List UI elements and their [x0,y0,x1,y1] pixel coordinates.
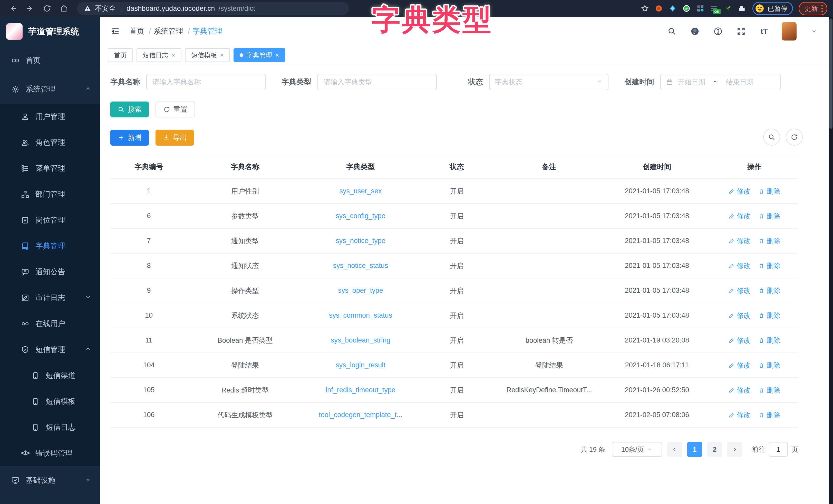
sidebar-item-error-code[interactable]: </> 错误码管理 [0,440,100,466]
browser-menu-icon[interactable] [822,5,823,12]
export-button[interactable]: 导出 [156,130,194,146]
sidebar-item-home[interactable]: 首页 [0,46,100,75]
app-logo-row[interactable]: 芋道管理系统 [0,17,100,46]
edit-link[interactable]: 修改 [729,236,751,246]
edit-link[interactable]: 修改 [729,211,751,221]
browser-reload-button[interactable] [40,2,54,15]
breadcrumb-home[interactable]: 首页 [129,26,144,36]
delete-link[interactable]: 删除 [758,385,780,395]
extension-switch-icon[interactable]: on [708,3,720,14]
close-icon[interactable]: × [275,52,279,58]
sidebar-item-sms-template[interactable]: 短信模板 [0,388,100,414]
table-search-toggle-button[interactable] [763,129,780,146]
help-icon[interactable] [712,26,724,37]
edit-link[interactable]: 修改 [729,336,751,345]
sidebar-item-audit-log[interactable]: 审计日志 [0,285,100,311]
delete-link[interactable]: 删除 [758,261,780,271]
edit-link[interactable]: 修改 [729,261,751,271]
goto-page-input[interactable] [769,442,788,457]
extension-orange-icon[interactable] [653,3,665,14]
prev-page-button[interactable] [667,442,682,457]
address-bar[interactable]: 不安全 dashboard.yudao.iocoder.cn/system/di… [77,2,349,15]
delete-link[interactable]: 删除 [758,336,780,345]
edit-link[interactable]: 修改 [729,410,751,420]
add-button[interactable]: 新增 [110,130,149,146]
bookmark-star-icon[interactable] [639,3,651,14]
extension-blue-gem-icon[interactable] [667,3,679,14]
browser-back-button[interactable] [6,2,21,15]
sidebar-item-sms-mgmt[interactable]: 短信管理 [0,336,100,362]
edit-link[interactable]: 修改 [729,286,751,295]
sidebar-item-sms-channel[interactable]: 短信渠道 [0,362,100,388]
delete-link[interactable]: 删除 [758,236,780,246]
sidebar-item-role-mgmt[interactable]: 角色管理 [0,129,100,155]
github-icon[interactable] [689,26,700,37]
tab-dict-mgmt[interactable]: 字典管理 × [234,48,285,62]
cell-created: 2021-01-05 17:03:48 [603,286,711,295]
fullscreen-icon[interactable] [736,26,747,37]
extension-grid-icon[interactable] [694,3,706,14]
delete-link[interactable]: 删除 [758,361,780,370]
delete-link[interactable]: 删除 [758,410,780,420]
close-icon[interactable]: × [171,52,175,58]
cell-type-link[interactable]: inf_redis_timeout_type [303,386,418,394]
sidebar-item-menu-mgmt[interactable]: 菜单管理 [0,155,100,181]
extension-puzzle-icon[interactable] [736,3,748,14]
cell-type-link[interactable]: sys_notice_type [303,237,418,245]
cell-type-link[interactable]: sys_boolean_string [303,336,418,344]
sidebar-item-notice[interactable]: 通知公告 [0,259,100,285]
user-avatar[interactable] [782,22,796,41]
trash-icon [758,387,764,393]
date-range-picker[interactable]: 开始日期 ~ 结束日期 [660,74,781,90]
tab-home[interactable]: 首页 [108,48,133,62]
page-size-select[interactable]: 10条/页 [612,442,662,457]
tab-sms-log[interactable]: 短信日志 × [137,48,182,62]
cell-type-link[interactable]: sys_login_result [303,361,418,369]
sidebar-item-dept-mgmt[interactable]: 部门管理 [0,181,100,207]
cell-type-link[interactable]: sys_user_sex [303,187,418,195]
delete-link[interactable]: 删除 [758,186,780,196]
font-size-icon[interactable]: tT [759,26,770,37]
sidebar-collapse-icon[interactable] [109,25,122,37]
cell-type-link[interactable]: tool_codegen_template_t... [303,411,418,419]
edit-link[interactable]: 修改 [729,361,751,370]
cell-type-link[interactable]: sys_notice_status [303,262,418,270]
search-button[interactable]: 搜索 [110,102,149,118]
page-button-2[interactable]: 2 [707,442,722,457]
delete-link[interactable]: 删除 [758,311,780,320]
sidebar-item-dict-mgmt[interactable]: 字典管理 [0,233,100,259]
delete-link[interactable]: 删除 [758,211,780,221]
edit-link[interactable]: 修改 [729,311,751,320]
status-select[interactable]: 字典状态 [489,74,609,90]
scrollbar-thumb[interactable] [829,19,832,129]
dict-type-input[interactable] [317,74,437,90]
delete-link[interactable]: 删除 [758,286,780,295]
cell-type-link[interactable]: sys_config_type [303,212,418,220]
next-page-button[interactable] [727,442,742,457]
paused-extension-badge[interactable]: 已暂停 [753,2,793,15]
reset-button[interactable]: 重置 [156,102,195,118]
sidebar-item-post-mgmt[interactable]: 岗位管理 [0,207,100,233]
sidebar-item-system[interactable]: 系统管理 [0,75,100,104]
browser-update-button[interactable]: 更新 [799,2,827,16]
sidebar-item-sms-log[interactable]: 短信日志 [0,414,100,440]
page-button-1[interactable]: 1 [687,442,702,457]
search-icon[interactable] [666,26,677,37]
table-refresh-button[interactable] [786,129,803,146]
extension-plant-icon[interactable] [722,3,734,14]
breadcrumb-system[interactable]: 系统管理 [146,26,183,36]
extension-green-circle-icon[interactable] [681,3,692,14]
browser-forward-button[interactable] [23,2,38,15]
browser-home-button[interactable] [56,2,71,15]
cell-id: 10 [110,311,187,320]
cell-type-link[interactable]: sys_oper_type [303,286,418,295]
sidebar-item-infrastructure[interactable]: 基础设施 [0,466,100,495]
close-icon[interactable]: × [220,52,224,58]
sidebar-item-user-mgmt[interactable]: 用户管理 [0,104,100,129]
tab-sms-template[interactable]: 短信模板 × [185,48,230,62]
dict-name-input[interactable] [146,74,266,90]
edit-link[interactable]: 修改 [729,186,751,196]
edit-link[interactable]: 修改 [729,385,751,395]
cell-type-link[interactable]: sys_common_status [303,311,418,320]
sidebar-item-online-users[interactable]: 在线用户 [0,311,100,336]
